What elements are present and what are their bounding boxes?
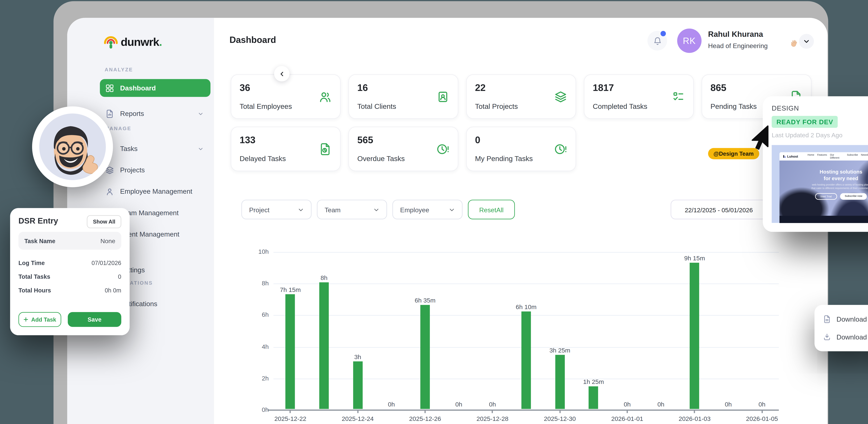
stat-value: 565 — [357, 135, 450, 145]
bar-2025-12-24[interactable] — [353, 361, 363, 409]
project-filter-select[interactable]: Project — [241, 200, 311, 219]
bar-value-label: 8h — [305, 274, 343, 281]
stat-card-my-pending-tasks: 0My Pending Tasks — [466, 127, 576, 171]
sidebar-item-employee-management[interactable]: Employee Management — [100, 183, 210, 200]
bar-2025-12-31[interactable] — [589, 386, 598, 409]
chevron-down-icon — [198, 111, 203, 116]
bar-value-label: 1h 25m — [575, 378, 613, 385]
bar-2025-12-29[interactable] — [521, 312, 531, 409]
clock-alert-icon — [436, 143, 450, 156]
stat-label: Completed Tasks — [593, 102, 647, 110]
bar-value-label: 0h — [372, 400, 410, 408]
reset-all-button[interactable]: ResetAll — [468, 200, 515, 219]
y-axis-tick: 10h — [245, 248, 269, 255]
stat-card-total-projects: 22Total Projects — [466, 74, 576, 119]
waving-hand-icon — [789, 39, 798, 47]
stat-label: My Pending Tasks — [475, 155, 533, 163]
stat-label: Delayed Tasks — [240, 155, 286, 163]
x-axis-tick-label: 2026-01-03 — [668, 415, 721, 422]
x-axis-tick — [425, 410, 426, 413]
stat-value: 36 — [240, 83, 332, 93]
brand-name: dunwrk. — [121, 35, 162, 48]
dsr-row-total-hours: Total Hours0h 0m — [19, 287, 121, 294]
document-icon — [823, 315, 831, 323]
notifications-button[interactable] — [647, 31, 667, 51]
y-axis-tick: 0h — [245, 406, 269, 413]
id-card-icon — [436, 90, 450, 103]
stat-value: 1817 — [593, 83, 685, 93]
x-axis-tick — [762, 410, 763, 413]
thumbnail-navbar: Luhost HomeFeaturesOur DifferentSubscrib… — [779, 152, 868, 161]
user-icon — [105, 187, 114, 196]
employee-filter-select[interactable]: Employee — [392, 200, 462, 219]
x-axis-tick — [694, 410, 695, 413]
x-axis-tick — [559, 410, 560, 413]
sidebar-item-projects[interactable]: Projects — [100, 161, 210, 179]
page-title: Dashboard — [229, 35, 276, 44]
gridline — [273, 252, 779, 253]
sidebar-collapse-button[interactable] — [274, 66, 289, 81]
plus-icon — [24, 317, 29, 322]
sidebar-item-tasks[interactable]: Tasks — [100, 140, 210, 158]
bar-2026-01-03[interactable] — [690, 263, 700, 409]
memoji-avatar — [32, 106, 113, 187]
x-axis-tick — [357, 410, 358, 413]
dunwrk-arcs-logo-icon — [103, 32, 119, 52]
x-axis-tick-label: 2025-12-22 — [264, 415, 317, 422]
stat-card-total-employees: 36Total Employees — [231, 74, 341, 119]
grid-icon — [105, 84, 114, 92]
filters-bar: ProjectTeamEmployeeResetAll — [241, 200, 515, 219]
last-updated: Last Updated 2 Days Ago — [772, 131, 868, 138]
bar-2025-12-22[interactable] — [286, 294, 295, 409]
bar-value-label: 0h — [440, 400, 478, 408]
bar-value-label: 0h — [473, 400, 512, 408]
download-excel-report-menu-item[interactable]: Download Excel Report — [823, 330, 868, 344]
stat-value: 22 — [475, 83, 567, 93]
x-axis-tick-label: 2025-12-26 — [398, 415, 452, 422]
task-name-row: Task Name None — [19, 232, 121, 250]
dsr-entry-card: DSR Entry Show All Task Name None Log Ti… — [10, 208, 129, 335]
profile-menu-button[interactable] — [799, 34, 814, 49]
bar-value-label: 3h — [339, 353, 377, 360]
x-axis-line — [268, 410, 779, 411]
bell-icon — [653, 36, 662, 45]
profile-name: Rahul Khurana — [708, 30, 763, 38]
download-icon — [823, 333, 831, 341]
status-badge: READY FOR DEV — [772, 116, 838, 128]
chevron-down-icon — [803, 38, 810, 44]
bar-value-label: 9h 15m — [676, 255, 714, 262]
start-trial-button: Start Trial — [815, 193, 837, 200]
download-pdf-menu-item[interactable]: Download PDF — [823, 312, 868, 326]
bar-2025-12-23[interactable] — [319, 282, 329, 409]
bar-value-label: 6h 35m — [406, 297, 444, 304]
chevron-down-icon — [373, 206, 379, 213]
avatar[interactable]: RK — [677, 29, 702, 53]
thumbnail-hero: Hosting solutionsfor every need web host… — [779, 161, 868, 223]
y-axis-tick: 6h — [245, 311, 269, 318]
app-window: dunwrk. ANALYZEDashboardReportsMANAGETas… — [67, 18, 828, 424]
team-filter-select[interactable]: Team — [317, 200, 387, 219]
bar-value-label: 0h — [608, 400, 646, 408]
x-axis-tick-label: 2025-12-30 — [533, 415, 587, 422]
sidebar-section-analyze: ANALYZE — [105, 67, 133, 72]
date-range-picker[interactable]: 22/12/2025 - 05/01/2026 — [671, 200, 767, 219]
download-menu: Download PDFDownload Excel Report — [814, 305, 868, 351]
x-axis-tick-label: 2025-12-24 — [331, 415, 384, 422]
sidebar-item-dashboard[interactable]: Dashboard — [100, 79, 210, 97]
show-all-button[interactable]: Show All — [87, 215, 121, 228]
save-button[interactable]: Save — [68, 312, 121, 327]
clock-alert-icon — [554, 143, 567, 156]
bar-2025-12-30[interactable] — [555, 355, 564, 409]
layers-stack-icon — [554, 90, 567, 103]
add-task-button[interactable]: Add Task — [19, 312, 61, 327]
sidebar-item-reports[interactable]: Reports — [100, 105, 210, 123]
bar-value-label: 0h — [709, 400, 747, 408]
stat-label: Pending Tasks — [711, 102, 757, 110]
checklist-icon — [672, 90, 685, 103]
stat-value: 0 — [475, 135, 567, 145]
bar-2025-12-26[interactable] — [420, 305, 430, 409]
bar-value-label: 0h — [743, 400, 781, 408]
stat-label: Total Employees — [240, 102, 292, 110]
x-axis-tick — [492, 410, 493, 413]
x-axis-tick-label: 2025-12-28 — [466, 415, 519, 422]
